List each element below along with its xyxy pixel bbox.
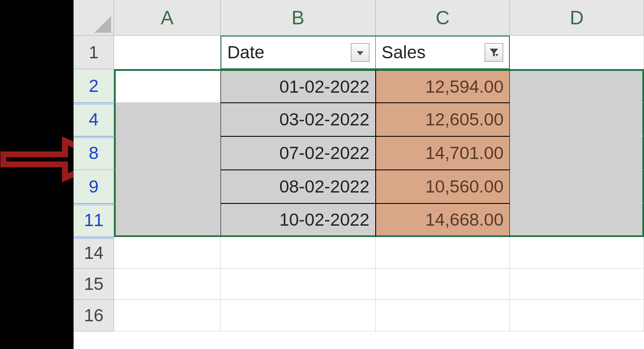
cell-A8[interactable] (114, 136, 221, 170)
row-header-1[interactable]: 1 (74, 36, 114, 69)
header-label-date: Date (227, 42, 351, 63)
row-2: 01-02-2022 12,594.00 (114, 69, 644, 103)
col-header-D[interactable]: D (510, 0, 644, 36)
value: 10,560.00 (425, 177, 504, 197)
value: 07-02-2022 (279, 143, 369, 163)
row-header-8[interactable]: 8 (74, 136, 114, 170)
spreadsheet: A B C D 1 2 4 8 9 11 14 15 16 Date (73, 0, 644, 349)
value: 14,668.00 (425, 210, 504, 230)
cell-A9[interactable] (114, 170, 221, 203)
row-header-2[interactable]: 2 (74, 69, 114, 103)
cell-D2[interactable] (510, 69, 644, 103)
cell-A15[interactable] (114, 268, 221, 300)
cell-B1[interactable]: Date (221, 36, 376, 69)
cell-B2[interactable]: 01-02-2022 (221, 69, 376, 103)
cell-D11[interactable] (510, 203, 644, 237)
row-header-16[interactable]: 16 (74, 300, 114, 331)
cell-A14[interactable] (114, 237, 221, 268)
row-header-11[interactable]: 11 (74, 203, 114, 237)
cell-B11[interactable]: 10-02-2022 (221, 203, 376, 237)
row-header-14[interactable]: 14 (74, 237, 114, 268)
cell-D8[interactable] (510, 136, 644, 170)
row-14 (114, 237, 644, 268)
filter-button-sales-active[interactable] (485, 43, 503, 62)
cell-B4[interactable]: 03-02-2022 (221, 103, 376, 136)
value: 08-02-2022 (279, 177, 369, 197)
value: 12,594.00 (425, 77, 504, 97)
cell-D9[interactable] (510, 170, 644, 203)
cell-B14[interactable] (221, 237, 376, 268)
cell-A2[interactable] (114, 69, 221, 103)
cell-A1[interactable] (114, 36, 221, 69)
stage: A B C D 1 2 4 8 9 11 14 15 16 Date (0, 0, 644, 349)
grid-body: Date Sales (114, 36, 644, 331)
cell-B16[interactable] (221, 300, 376, 331)
col-header-C[interactable]: C (376, 0, 510, 36)
row-header-15[interactable]: 15 (74, 268, 114, 300)
cell-D4[interactable] (510, 103, 644, 136)
row-11: 10-02-2022 14,668.00 (114, 203, 644, 237)
row-1: Date Sales (114, 36, 644, 69)
cell-D1[interactable] (510, 36, 644, 69)
cell-B8[interactable]: 07-02-2022 (221, 136, 376, 170)
cell-C16[interactable] (376, 300, 510, 331)
column-headers: A B C D (114, 0, 644, 36)
cell-C8[interactable]: 14,701.00 (376, 136, 510, 170)
cell-C9[interactable]: 10,560.00 (376, 170, 510, 203)
cell-A11[interactable] (114, 203, 221, 237)
cell-C15[interactable] (376, 268, 510, 300)
cell-C11[interactable]: 14,668.00 (376, 203, 510, 237)
value: 01-02-2022 (279, 77, 369, 97)
row-4: 03-02-2022 12,605.00 (114, 103, 644, 136)
col-header-A[interactable]: A (114, 0, 221, 36)
row-16 (114, 300, 644, 331)
cell-D16[interactable] (510, 300, 644, 331)
row-8: 07-02-2022 14,701.00 (114, 136, 644, 170)
cell-B9[interactable]: 08-02-2022 (221, 170, 376, 203)
cell-C1[interactable]: Sales (376, 36, 510, 69)
row-header-9[interactable]: 9 (74, 170, 114, 203)
value: 10-02-2022 (279, 210, 369, 230)
cell-D15[interactable] (510, 268, 644, 300)
cell-C4[interactable]: 12,605.00 (376, 103, 510, 136)
row-9: 08-02-2022 10,560.00 (114, 170, 644, 203)
cell-B15[interactable] (221, 268, 376, 300)
value: 03-02-2022 (279, 109, 369, 130)
cell-A4[interactable] (114, 103, 221, 136)
value: 12,605.00 (425, 109, 504, 130)
cell-A16[interactable] (114, 300, 221, 331)
header-label-sales: Sales (382, 42, 485, 63)
cell-C2[interactable]: 12,594.00 (376, 69, 510, 103)
row-15 (114, 268, 644, 300)
value: 14,701.00 (425, 143, 504, 163)
col-header-B[interactable]: B (221, 0, 376, 36)
row-header-4[interactable]: 4 (74, 103, 114, 136)
cell-D14[interactable] (510, 237, 644, 268)
cell-C14[interactable] (376, 237, 510, 268)
select-all-corner[interactable] (74, 0, 114, 36)
filter-button-date[interactable] (351, 43, 369, 62)
row-headers: 1 2 4 8 9 11 14 15 16 (74, 36, 114, 331)
